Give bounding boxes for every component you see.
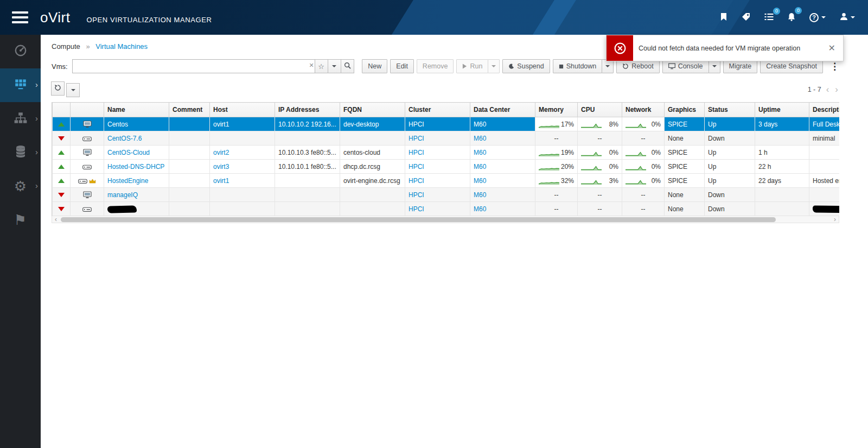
clear-search-icon[interactable]: ✕ [309, 62, 314, 69]
tags-button[interactable] [741, 11, 751, 24]
column-header-data-center[interactable]: Data Center [470, 103, 535, 117]
help-menu-button[interactable]: ? [808, 12, 827, 23]
cluster-link[interactable]: HPCI [409, 163, 424, 171]
vm-cpu-cell: 8% [578, 117, 622, 131]
column-header-graphics[interactable]: Graphics [665, 103, 705, 117]
shutdown-button[interactable]: Shutdown [553, 59, 603, 73]
run-dropdown-toggle[interactable] [488, 59, 500, 73]
sidebar-item-network[interactable]: › [0, 102, 41, 136]
datacenter-link[interactable]: M60 [474, 135, 486, 142]
run-button[interactable]: Run [456, 59, 488, 73]
vm-row[interactable]: CentOS-Cloudovirt210.10.10.3 fe80::5...c… [53, 146, 840, 160]
column-header-name[interactable]: Name [104, 103, 169, 117]
datacenter-link[interactable]: M60 [474, 121, 486, 128]
vm-row[interactable]: manageIQHPCIM60------NoneDown [53, 188, 840, 202]
sidebar-item-dashboard[interactable] [0, 35, 41, 68]
column-header-fqdn[interactable]: FQDN [340, 103, 405, 117]
sidebar-item-storage[interactable]: › [0, 136, 41, 169]
vm-name-link[interactable]: Hosted-DNS-DHCP [107, 163, 164, 171]
vm-memory-cell: 19% [535, 146, 578, 160]
vm-name-link[interactable]: HostedEngine [107, 177, 148, 185]
vm-row[interactable]: HPCIM60------NoneDown [53, 202, 840, 216]
search-options-dropdown[interactable] [328, 59, 341, 73]
refresh-button[interactable] [51, 81, 65, 96]
host-link[interactable]: ovirt2 [213, 149, 229, 156]
edit-button[interactable]: Edit [390, 59, 414, 73]
remove-button-label: Remove [423, 62, 448, 70]
column-header-cpu[interactable]: CPU [578, 103, 622, 117]
host-link[interactable]: ovirt1 [213, 121, 229, 128]
cluster-link[interactable]: HPCI [409, 205, 424, 213]
scroll-right-icon[interactable]: › [831, 217, 839, 222]
column-header-comment[interactable]: Comment [169, 103, 210, 117]
vm-row[interactable]: Hosted-DNS-DHCPovirt310.10.10.1 fe80::5.… [53, 160, 840, 174]
column-header-host[interactable]: Host [210, 103, 275, 117]
close-icon[interactable]: ✕ [821, 43, 843, 53]
cpu-percent: 3% [608, 177, 618, 185]
next-page-button[interactable]: › [834, 85, 839, 94]
cpu-percent: 0% [608, 149, 618, 156]
vm-row[interactable]: Centosovirt110.10.10.2 192.16...dev-desk… [53, 117, 840, 131]
masthead-actions: 0 0 ? [719, 11, 856, 24]
vm-name-link[interactable]: Centos [107, 121, 128, 128]
cluster-link[interactable]: HPCI [409, 177, 424, 185]
column-header-cluster[interactable]: Cluster [405, 103, 470, 117]
host-link[interactable]: ovirt1 [213, 177, 229, 185]
column-header-uptime[interactable]: Uptime [755, 103, 809, 117]
new-button[interactable]: New [362, 59, 387, 73]
datacenter-link[interactable]: M60 [474, 191, 486, 199]
sidebar-item-events[interactable]: ⚑ [0, 203, 41, 237]
column-header-status[interactable]: Status [705, 103, 755, 117]
memory-percent: 17% [559, 121, 574, 128]
server-vm-icon [82, 205, 92, 213]
datacenter-link[interactable]: M60 [474, 205, 486, 213]
cluster-link-cell: HPCI [405, 146, 470, 160]
tachometer-icon [14, 43, 28, 60]
search-button[interactable] [341, 59, 354, 73]
vm-up-icon [58, 122, 65, 127]
column-header-ip-addresses[interactable]: IP Addresses [275, 103, 340, 117]
notifications-button[interactable]: 0 [787, 11, 796, 24]
breadcrumb-compute[interactable]: Compute [52, 42, 80, 51]
chevron-down-icon [712, 65, 717, 67]
star-bookmark-button[interactable]: ☆ [315, 59, 328, 73]
star-icon: ☆ [318, 62, 324, 71]
breadcrumb-virtual-machines[interactable]: Virtual Machines [95, 42, 148, 51]
bookmark-button[interactable] [719, 11, 729, 24]
datacenter-link[interactable]: M60 [474, 163, 486, 171]
horizontal-scrollbar[interactable]: ‹ › [52, 216, 839, 223]
datacenter-link[interactable]: M60 [474, 177, 486, 185]
remove-button[interactable]: Remove [417, 59, 454, 73]
refresh-dropdown-toggle[interactable] [66, 83, 80, 97]
column-header-memory[interactable]: Memory [535, 103, 578, 117]
network-sparkline [626, 163, 646, 171]
vm-name-link[interactable]: CentOS-Cloud [107, 149, 150, 156]
datacenter-link[interactable]: M60 [474, 149, 486, 156]
vm-row[interactable]: HostedEngineovirt1ovirt-engine.dc.rcsgHP… [53, 174, 840, 188]
kebab-menu-button[interactable]: ⋮ [830, 62, 839, 71]
column-header-description[interactable]: Description [809, 103, 840, 117]
cluster-link[interactable]: HPCI [409, 121, 424, 128]
hamburger-menu-button[interactable] [12, 11, 28, 23]
vm-network-cell: -- [622, 202, 665, 216]
suspend-button[interactable]: Suspend [502, 59, 550, 73]
vm-uptime [755, 188, 809, 202]
column-header-network[interactable]: Network [622, 103, 665, 117]
vm-comment [169, 202, 210, 216]
cluster-link[interactable]: HPCI [409, 149, 424, 156]
scroll-left-icon[interactable]: ‹ [52, 217, 60, 222]
user-menu-button[interactable] [839, 11, 856, 23]
host-link[interactable]: ovirt3 [213, 163, 229, 171]
vm-name-link[interactable]: manageIQ [107, 191, 138, 199]
vms-search-input[interactable] [72, 59, 315, 73]
help-icon: ? [809, 13, 819, 22]
cluster-link[interactable]: HPCI [409, 135, 424, 142]
prev-page-button[interactable]: ‹ [825, 85, 831, 94]
vm-name-link[interactable]: CentOS-7.6 [107, 135, 142, 142]
sidebar-item-compute[interactable]: › [0, 68, 41, 102]
scrollbar-thumb[interactable] [61, 217, 776, 222]
cluster-link[interactable]: HPCI [409, 191, 424, 199]
vm-row[interactable]: CentOS-7.6HPCIM60------NoneDownminimal [53, 131, 840, 146]
tasks-button[interactable]: 0 [763, 12, 775, 23]
sidebar-item-administration[interactable]: ⚙ › [0, 169, 41, 203]
